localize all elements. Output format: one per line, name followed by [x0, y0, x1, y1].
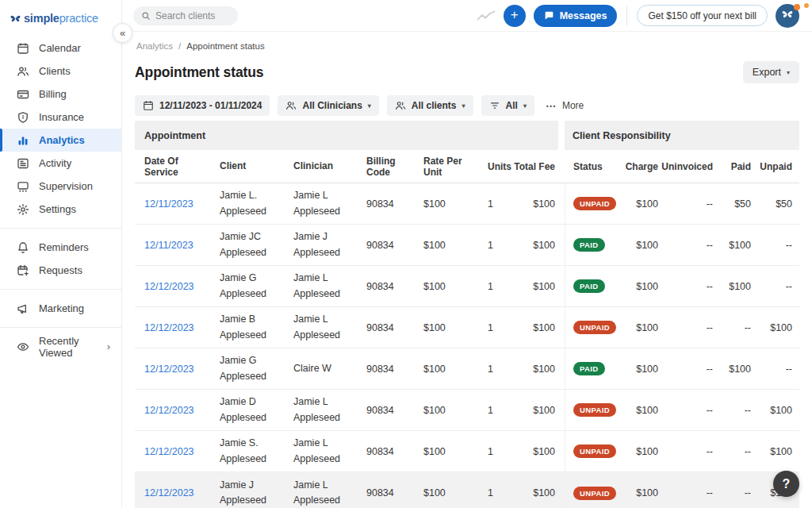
charge-cell: $100: [625, 487, 661, 498]
clinician-cell: Jamie L Appleseed: [284, 478, 354, 508]
status-cell: UNPAID: [565, 183, 625, 224]
sidebar-item-label: Calendar: [39, 42, 81, 54]
table-row: 12/12/2023 Jamie G Appleseed Jamie L App…: [135, 266, 799, 307]
total-fee-cell: $100: [512, 446, 558, 457]
rate-per-unit-cell: $100: [416, 322, 479, 333]
search-icon: [141, 11, 151, 21]
avatar[interactable]: [776, 4, 799, 28]
sidebar-item-analytics[interactable]: Analytics: [0, 129, 121, 152]
unpaid-cell: $50: [752, 198, 793, 210]
notification-dot: [794, 4, 800, 10]
charge-cell: $100: [625, 405, 661, 416]
date-of-service-link[interactable]: 12/12/2023: [144, 487, 194, 498]
clinician-cell: Claire W: [284, 361, 354, 376]
date-of-service-link[interactable]: 12/11/2023: [144, 198, 193, 210]
date-of-service-link[interactable]: 12/12/2023: [144, 446, 194, 457]
messages-button[interactable]: Messages: [534, 5, 618, 27]
help-button[interactable]: ?: [773, 471, 799, 497]
export-button[interactable]: Export ▾: [743, 61, 799, 83]
sidebar-item-calendar[interactable]: Calendar: [0, 37, 121, 60]
billing-code-cell: 90834: [354, 487, 416, 498]
status-cell: PAID: [565, 266, 625, 306]
sidebar-item-activity[interactable]: Activity: [0, 152, 121, 175]
collapse-sidebar-button[interactable]: «: [113, 23, 132, 43]
status-badge: UNPAID: [573, 444, 616, 458]
paid-cell: $100: [715, 281, 752, 292]
charge-cell: $100: [625, 446, 661, 457]
chevron-right-icon: ›: [107, 341, 121, 352]
client-cell: Jamie JC Appleseed: [209, 229, 284, 260]
calendar-icon: [17, 42, 29, 55]
column-header-clinician: Clinician: [284, 159, 354, 174]
create-new-button[interactable]: +: [504, 5, 526, 27]
promo-label: Get $150 off your next bill: [648, 10, 756, 21]
sidebar-item-settings[interactable]: Settings: [0, 198, 121, 221]
status-badge: UNPAID: [573, 321, 616, 334]
date-of-service-link[interactable]: 12/12/2023: [144, 405, 194, 416]
clients-icon: [17, 65, 29, 78]
sidebar-item-billing[interactable]: Billing: [0, 83, 121, 106]
table-column-headers: Date Of Service Client Clinician Billing…: [135, 150, 799, 183]
table-row: 12/12/2023 Jamie G Appleseed Claire W 90…: [135, 348, 799, 390]
uninvoiced-cell: --: [661, 198, 715, 210]
group-header-client-responsibility: Client Responsibility: [565, 121, 799, 150]
column-header-charge: Charge: [625, 161, 661, 172]
breadcrumb-separator: /: [178, 41, 181, 51]
total-fee-cell: $100: [512, 198, 558, 210]
rate-per-unit-cell: $100: [416, 364, 479, 375]
sidebar-item-supervision[interactable]: Supervision: [0, 175, 121, 198]
question-icon: ?: [783, 477, 791, 491]
uninvoiced-cell: --: [661, 446, 715, 457]
sidebar-item-reminders[interactable]: Reminders: [0, 236, 121, 259]
chat-bubble-icon: [544, 10, 554, 21]
promo-button[interactable]: Get $150 off your next bill: [637, 5, 768, 26]
paid-cell: $50: [715, 198, 752, 210]
plus-icon: +: [511, 7, 519, 23]
sidebar-item-insurance[interactable]: Insurance: [0, 106, 121, 129]
corner-notification-dot: [804, 3, 809, 8]
brand-logo[interactable]: simplepractice: [0, 0, 121, 29]
breadcrumb-analytics[interactable]: Analytics: [136, 41, 173, 51]
status-filter[interactable]: All ▾: [481, 95, 534, 116]
search-clients-field[interactable]: [133, 6, 238, 25]
sidebar-divider: [0, 289, 121, 290]
search-input[interactable]: [155, 10, 227, 21]
butterfly-icon: [10, 13, 21, 25]
paid-cell: $100: [715, 240, 752, 251]
column-header-status: Status: [565, 150, 625, 183]
sidebar-item-clients[interactable]: Clients: [0, 60, 121, 83]
billing-code-cell: 90834: [354, 281, 416, 292]
appointments-table: Appointment Client Responsibility Date O…: [135, 121, 799, 508]
date-of-service-link[interactable]: 12/12/2023: [144, 364, 194, 375]
units-cell: 1: [479, 198, 512, 210]
column-header-billing-code: Billing Code: [354, 156, 416, 178]
status-badge: UNPAID: [573, 487, 616, 500]
date-range-filter[interactable]: 12/11/2023 - 01/11/2024: [135, 95, 270, 116]
clinicians-filter[interactable]: All Clinicians ▾: [278, 95, 378, 116]
sidebar-item-recently-viewed[interactable]: Recently Viewed›: [0, 335, 121, 358]
rate-per-unit-cell: $100: [416, 281, 479, 292]
page-content: Analytics / Appointment status Appointme…: [122, 32, 812, 508]
sidebar-item-label: Settings: [39, 203, 76, 215]
more-filters-button[interactable]: ⋯ More: [542, 100, 587, 112]
date-of-service-link[interactable]: 12/11/2023: [144, 240, 193, 251]
activity-icon: [17, 157, 29, 170]
date-of-service-link[interactable]: 12/12/2023: [144, 281, 194, 292]
date-of-service-link[interactable]: 12/12/2023: [144, 322, 194, 333]
billing-icon: [17, 88, 29, 101]
billing-code-cell: 90834: [354, 198, 416, 210]
sidebar-item-label: Billing: [39, 88, 67, 100]
supervision-icon: [17, 180, 29, 193]
charge-cell: $100: [625, 281, 661, 292]
column-header-total-fee: Total Fee: [512, 161, 558, 172]
clients-icon: [395, 100, 406, 111]
sidebar-item-marketing[interactable]: Marketing: [0, 297, 121, 320]
brand-name-bold: simple: [24, 12, 59, 25]
clients-filter[interactable]: All clients ▾: [387, 95, 473, 116]
sidebar-item-requests[interactable]: Requests: [0, 259, 121, 282]
table-group-header: Appointment Client Responsibility: [135, 121, 799, 150]
caret-down-icon: ▾: [523, 102, 527, 110]
brand-name-light: practice: [59, 12, 98, 25]
filter-bar: 12/11/2023 - 01/11/2024 All Clinicians ▾…: [135, 95, 799, 116]
table-row: 12/12/2023 Jamie S. Appleseed Jamie L Ap…: [135, 431, 799, 472]
